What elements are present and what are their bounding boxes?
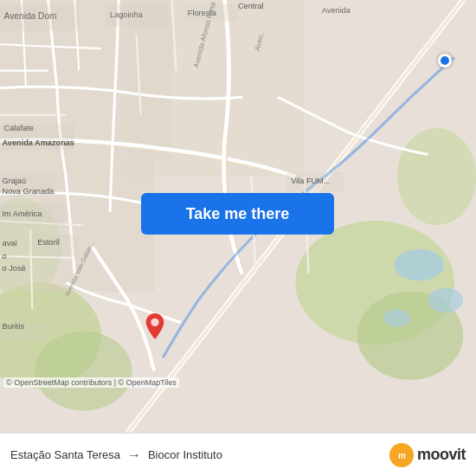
- svg-text:Buritis: Buritis: [3, 322, 25, 331]
- moovit-logo: m moovit: [389, 443, 466, 467]
- map-view: Avenida Dom Lagoinha Floresta Avenida Ca…: [0, 0, 476, 433]
- svg-text:Avenida Amazonas: Avenida Amazonas: [3, 138, 74, 147]
- origin-marker: [438, 54, 452, 68]
- map-attribution: © OpenStreetMap contributors | © OpenMap…: [3, 377, 179, 388]
- svg-text:Nova Granada: Nova Granada: [3, 187, 55, 196]
- svg-text:avaí: avaí: [3, 239, 18, 248]
- from-label: Estação Santa Teresa: [10, 448, 120, 461]
- svg-point-7: [395, 249, 444, 281]
- svg-point-3: [397, 128, 476, 225]
- destination-marker: [145, 313, 164, 339]
- footer-bar: Estação Santa Teresa → Biocor Instituto …: [0, 433, 476, 476]
- svg-text:Central: Central: [238, 2, 264, 10]
- svg-point-8: [428, 288, 463, 313]
- app-container: Avenida Dom Lagoinha Floresta Avenida Ca…: [0, 0, 476, 476]
- svg-point-9: [383, 309, 410, 326]
- svg-text:m: m: [398, 451, 406, 460]
- svg-text:Avenida Dom: Avenida Dom: [4, 11, 57, 21]
- svg-text:Vila FUM...: Vila FUM...: [291, 177, 330, 185]
- moovit-logo-icon: m: [389, 443, 414, 467]
- svg-text:o: o: [3, 252, 7, 261]
- svg-point-55: [151, 318, 158, 326]
- svg-text:Calafate: Calafate: [4, 124, 34, 132]
- to-label: Biocor Instituto: [148, 448, 222, 461]
- svg-text:Lagoinha: Lagoinha: [110, 10, 144, 19]
- svg-text:Grajaú: Grajaú: [3, 177, 27, 185]
- svg-text:Im América: Im América: [3, 209, 43, 218]
- moovit-brand-text: moovit: [417, 446, 466, 464]
- svg-text:Estoril: Estoril: [37, 238, 59, 247]
- take-me-there-button[interactable]: Take me there: [141, 193, 334, 235]
- direction-arrow: →: [127, 447, 141, 463]
- svg-point-5: [35, 331, 132, 411]
- svg-text:Avenida: Avenida: [322, 6, 351, 15]
- svg-text:o José: o José: [3, 264, 26, 273]
